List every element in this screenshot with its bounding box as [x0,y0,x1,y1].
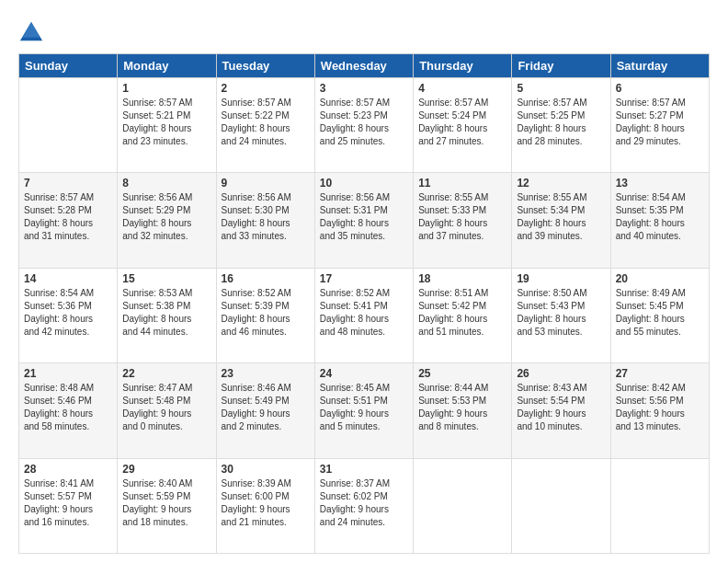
calendar-cell: 11Sunrise: 8:55 AMSunset: 5:33 PMDayligh… [414,173,512,268]
weekday-header-saturday: Saturday [610,54,709,78]
calendar-cell: 2Sunrise: 8:57 AMSunset: 5:22 PMDaylight… [216,78,314,173]
calendar-cell: 17Sunrise: 8:52 AMSunset: 5:41 PMDayligh… [314,268,413,362]
week-row-2: 7Sunrise: 8:57 AMSunset: 5:28 PMDaylight… [19,173,710,268]
day-number: 26 [517,367,605,380]
day-number: 27 [616,367,704,380]
calendar-cell: 29Sunrise: 8:40 AMSunset: 5:59 PMDayligh… [118,458,216,553]
day-number: 7 [24,177,112,190]
day-detail: Sunrise: 8:43 AMSunset: 5:54 PMDaylight:… [517,382,605,433]
day-number: 8 [122,177,210,190]
day-number: 4 [418,82,506,95]
day-detail: Sunrise: 8:56 AMSunset: 5:31 PMDaylight:… [320,191,408,243]
calendar-cell: 25Sunrise: 8:44 AMSunset: 5:53 PMDayligh… [414,363,512,458]
calendar-cell: 3Sunrise: 8:57 AMSunset: 5:23 PMDaylight… [314,78,413,173]
weekday-header-friday: Friday [512,54,610,78]
day-detail: Sunrise: 8:54 AMSunset: 5:35 PMDaylight:… [616,191,704,243]
svg-marker-1 [23,22,40,38]
calendar-cell: 10Sunrise: 8:56 AMSunset: 5:31 PMDayligh… [314,173,413,268]
weekday-header-row: SundayMondayTuesdayWednesdayThursdayFrid… [19,54,710,78]
calendar-cell: 31Sunrise: 8:37 AMSunset: 6:02 PMDayligh… [314,458,413,553]
day-number: 15 [122,272,210,285]
calendar-cell: 12Sunrise: 8:55 AMSunset: 5:34 PMDayligh… [512,173,610,268]
week-row-5: 28Sunrise: 8:41 AMSunset: 5:57 PMDayligh… [19,458,710,553]
calendar-body: 1Sunrise: 8:57 AMSunset: 5:21 PMDaylight… [19,78,710,554]
day-number: 30 [222,463,310,476]
calendar-cell [512,458,610,553]
calendar-header: SundayMondayTuesdayWednesdayThursdayFrid… [19,54,710,78]
day-number: 2 [222,82,310,95]
day-number: 12 [517,177,605,190]
calendar-cell [610,458,709,553]
calendar-cell: 9Sunrise: 8:56 AMSunset: 5:30 PMDaylight… [216,173,314,268]
day-detail: Sunrise: 8:57 AMSunset: 5:23 PMDaylight:… [320,97,408,148]
day-detail: Sunrise: 8:44 AMSunset: 5:53 PMDaylight:… [418,382,506,433]
day-detail: Sunrise: 8:48 AMSunset: 5:46 PMDaylight:… [24,382,112,433]
day-number: 5 [517,82,605,95]
day-number: 25 [418,367,506,380]
day-detail: Sunrise: 8:50 AMSunset: 5:43 PMDaylight:… [517,287,605,339]
calendar-cell: 18Sunrise: 8:51 AMSunset: 5:42 PMDayligh… [414,268,512,362]
weekday-header-thursday: Thursday [414,54,512,78]
day-number: 20 [616,272,704,285]
day-number: 28 [24,463,112,476]
day-number: 24 [320,367,408,380]
day-detail: Sunrise: 8:56 AMSunset: 5:29 PMDaylight:… [122,191,210,243]
day-detail: Sunrise: 8:45 AMSunset: 5:51 PMDaylight:… [320,382,408,433]
day-detail: Sunrise: 8:42 AMSunset: 5:56 PMDaylight:… [616,382,704,433]
day-number: 14 [24,272,112,285]
day-detail: Sunrise: 8:53 AMSunset: 5:38 PMDaylight:… [122,287,210,339]
day-number: 11 [418,177,506,190]
calendar-cell: 21Sunrise: 8:48 AMSunset: 5:46 PMDayligh… [19,363,118,458]
day-detail: Sunrise: 8:57 AMSunset: 5:25 PMDaylight:… [517,97,605,148]
calendar-cell: 7Sunrise: 8:57 AMSunset: 5:28 PMDaylight… [19,173,118,268]
day-detail: Sunrise: 8:55 AMSunset: 5:34 PMDaylight:… [517,191,605,243]
calendar-cell: 5Sunrise: 8:57 AMSunset: 5:25 PMDaylight… [512,78,610,173]
header [18,18,710,44]
day-number: 22 [122,367,210,380]
calendar-cell: 24Sunrise: 8:45 AMSunset: 5:51 PMDayligh… [314,363,413,458]
day-number: 13 [616,177,704,190]
weekday-header-sunday: Sunday [19,54,118,78]
calendar-cell: 8Sunrise: 8:56 AMSunset: 5:29 PMDaylight… [118,173,216,268]
calendar-cell: 27Sunrise: 8:42 AMSunset: 5:56 PMDayligh… [610,363,709,458]
week-row-4: 21Sunrise: 8:48 AMSunset: 5:46 PMDayligh… [19,363,710,458]
day-detail: Sunrise: 8:55 AMSunset: 5:33 PMDaylight:… [418,191,506,243]
day-detail: Sunrise: 8:41 AMSunset: 5:57 PMDaylight:… [24,477,112,529]
calendar-cell: 26Sunrise: 8:43 AMSunset: 5:54 PMDayligh… [512,363,610,458]
day-detail: Sunrise: 8:52 AMSunset: 5:41 PMDaylight:… [320,287,408,339]
calendar-cell: 22Sunrise: 8:47 AMSunset: 5:48 PMDayligh… [118,363,216,458]
calendar-cell: 20Sunrise: 8:49 AMSunset: 5:45 PMDayligh… [610,268,709,362]
day-number: 31 [320,463,408,476]
calendar-cell: 30Sunrise: 8:39 AMSunset: 6:00 PMDayligh… [216,458,314,553]
day-number: 19 [517,272,605,285]
day-detail: Sunrise: 8:57 AMSunset: 5:22 PMDaylight:… [222,97,310,148]
logo [18,18,48,44]
day-detail: Sunrise: 8:39 AMSunset: 6:00 PMDaylight:… [222,477,310,529]
weekday-header-wednesday: Wednesday [314,54,413,78]
logo-icon [18,18,44,44]
day-number: 1 [122,82,210,95]
calendar-cell: 16Sunrise: 8:52 AMSunset: 5:39 PMDayligh… [216,268,314,362]
day-detail: Sunrise: 8:40 AMSunset: 5:59 PMDaylight:… [122,477,210,529]
day-detail: Sunrise: 8:57 AMSunset: 5:21 PMDaylight:… [122,97,210,148]
day-number: 18 [418,272,506,285]
day-detail: Sunrise: 8:49 AMSunset: 5:45 PMDaylight:… [616,287,704,339]
day-number: 3 [320,82,408,95]
day-detail: Sunrise: 8:37 AMSunset: 6:02 PMDaylight:… [320,477,408,529]
week-row-3: 14Sunrise: 8:54 AMSunset: 5:36 PMDayligh… [19,268,710,362]
day-detail: Sunrise: 8:51 AMSunset: 5:42 PMDaylight:… [418,287,506,339]
day-detail: Sunrise: 8:46 AMSunset: 5:49 PMDaylight:… [222,382,310,433]
weekday-header-monday: Monday [118,54,216,78]
day-detail: Sunrise: 8:52 AMSunset: 5:39 PMDaylight:… [222,287,310,339]
day-number: 17 [320,272,408,285]
calendar-cell: 13Sunrise: 8:54 AMSunset: 5:35 PMDayligh… [610,173,709,268]
calendar-cell: 4Sunrise: 8:57 AMSunset: 5:24 PMDaylight… [414,78,512,173]
day-number: 29 [122,463,210,476]
day-detail: Sunrise: 8:57 AMSunset: 5:27 PMDaylight:… [616,97,704,148]
calendar-cell [19,78,118,173]
calendar-cell: 6Sunrise: 8:57 AMSunset: 5:27 PMDaylight… [610,78,709,173]
calendar-cell: 19Sunrise: 8:50 AMSunset: 5:43 PMDayligh… [512,268,610,362]
calendar-cell: 28Sunrise: 8:41 AMSunset: 5:57 PMDayligh… [19,458,118,553]
day-number: 6 [616,82,704,95]
day-detail: Sunrise: 8:47 AMSunset: 5:48 PMDaylight:… [122,382,210,433]
